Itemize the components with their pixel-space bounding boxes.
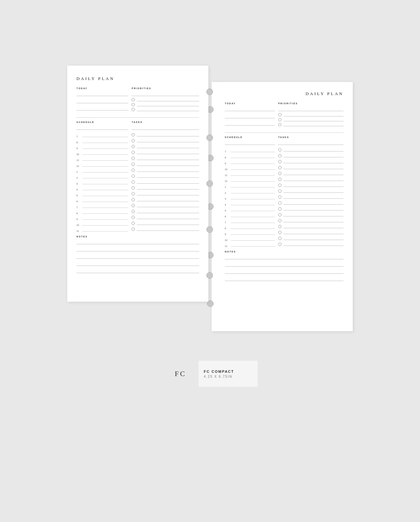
time-row-2: 2 [76,173,128,179]
time-row-11: 11 [76,155,128,161]
right-schedule-tasks-section: SCHEDULE 7 8 9 10 11 12 1 2 3 4 5 6 7 8 … [225,136,344,247]
left-page: DAILY PLAN TODAY PRIORITIES [67,66,208,302]
time-9pm: 9 [76,218,82,220]
right-task-circle-13 [278,219,282,222]
right-task-circle-10 [278,201,282,205]
notes-line-1[interactable] [76,246,199,251]
right-task-line-9 [284,195,344,199]
right-task-line-15 [284,231,344,234]
right-task-circle-16 [278,237,282,240]
notes-line-3[interactable] [76,261,199,266]
ring-2 [206,134,213,141]
task-circle-6 [132,163,135,166]
priority-line-3 [137,108,199,111]
today-field-3[interactable] [76,105,128,110]
right-task-circle-5 [278,172,282,175]
time-line-10pm [82,225,128,226]
time-line-8pm [82,213,128,214]
notes-line-4[interactable] [76,268,199,273]
schedule-label: SCHEDULE [76,121,128,123]
priority-circle-1 [132,98,135,101]
task-row-6 [132,161,199,167]
task-line-5 [137,157,199,160]
time-10: 10 [76,153,82,155]
right-time-8pm: 8 [225,227,231,230]
right-time-row-8pm: 8 [225,224,275,230]
right-task-row-6 [278,176,344,182]
task-row-15 [132,214,199,220]
task-circle-3 [132,145,135,148]
right-task-circle-4 [278,166,282,169]
right-tasks-column: TASKS [278,136,344,247]
time-4: 4 [76,189,82,191]
right-notes-header-line [225,254,344,259]
task-line-2 [137,139,199,142]
right-task-line-7 [284,184,344,187]
task-row-12 [132,197,199,203]
time-line-4 [82,190,128,190]
ring-1 [206,89,213,95]
right-notes-line-1[interactable] [225,261,344,267]
right-task-line-1 [284,148,344,151]
right-task-row-9 [278,194,344,200]
task-circle-15 [132,216,135,219]
time-row-12: 12 [76,161,128,167]
ring-4 [206,226,213,233]
priorities-label: PRIORITIES [132,87,199,90]
task-circle-4 [132,151,135,154]
right-time-9pm: 9 [225,233,231,235]
right-today-column: TODAY [225,102,278,128]
task-line-15 [137,216,199,219]
right-priority-item-1 [278,113,344,116]
time-line-5 [82,196,128,196]
right-time-11: 11 [225,174,231,176]
fc-label: FC [175,370,186,378]
time-row-9pm: 9 [76,214,128,220]
right-time-9: 9 [225,162,231,165]
right-page: DAILY PLAN TODAY PRIORITIES [212,82,353,331]
today-field-2[interactable] [76,98,128,103]
fc-card-right: FC COMPACT 4.25 X 6.75IN [199,361,258,387]
task-line-13 [137,204,199,207]
right-tasks-label: TASKS [278,136,344,138]
today-field-1[interactable] [76,91,128,96]
right-task-circle-1 [278,148,282,151]
time-line-6 [82,202,128,202]
right-time-row-8: 8 [225,153,275,159]
right-today-field-1[interactable] [225,106,275,111]
task-row-2 [132,138,199,144]
task-row-7 [132,167,199,173]
right-task-circle-8 [278,190,282,193]
right-today-field-2[interactable] [225,113,275,118]
time-row-8pm: 8 [76,209,128,214]
right-time-8: 8 [225,156,231,159]
right-notes-line-3[interactable] [225,276,344,281]
right-priority-line-1 [284,113,344,116]
time-row-9: 9 [76,144,128,150]
right-time-line-12 [231,181,275,182]
tasks-header-line [132,125,199,130]
task-line-14 [137,210,199,213]
notes-section: NOTES [76,235,199,273]
right-task-circle-9 [278,195,282,199]
time-8: 8 [76,141,82,144]
right-time-row-9pm: 9 [225,230,275,235]
right-priorities-label: PRIORITIES [278,102,344,105]
task-circle-2 [132,139,135,142]
notes-line-2[interactable] [76,253,199,259]
right-today-field-3[interactable] [225,120,275,126]
right-time-row-11pm: 11 [225,241,275,247]
tasks-column: TASKS [132,121,199,232]
task-circle-13 [132,204,135,207]
task-row-11 [132,191,199,197]
time-row-1: 1 [76,167,128,173]
right-time-row-10: 10 [225,165,275,171]
right-priorities-column: PRIORITIES [278,102,344,128]
right-today-label: TODAY [225,102,275,105]
time-line-7pm [82,208,128,208]
task-row-16 [132,220,199,226]
time-row-10: 10 [76,150,128,155]
schedule-tasks-section: SCHEDULE 7 8 9 10 11 12 1 2 3 4 5 6 7 8 … [76,121,199,232]
right-notes-line-2[interactable] [225,269,344,274]
time-12: 12 [76,165,82,167]
